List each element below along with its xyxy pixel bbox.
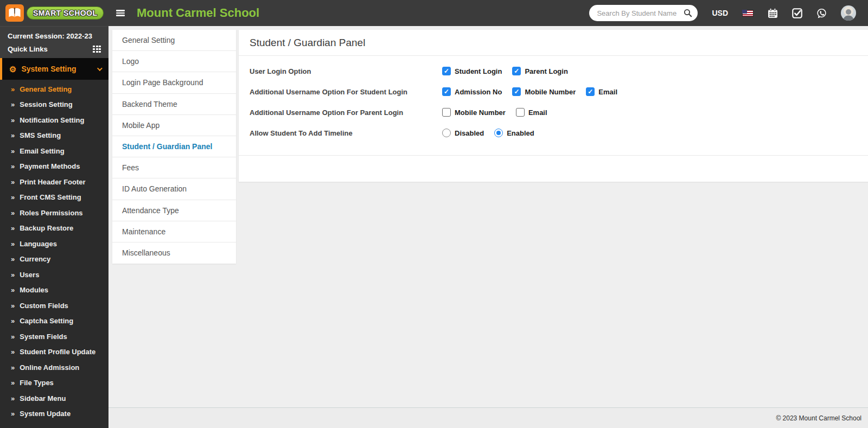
student-search-box[interactable] <box>589 5 698 21</box>
sidebar-item-modules[interactable]: »Modules <box>0 283 108 298</box>
option-label: Email <box>598 88 617 96</box>
app-window: SMART SCHOOL Mount Carmel School USD <box>0 0 868 428</box>
checkbox-checked-icon[interactable]: ✓ <box>442 67 451 75</box>
checkbox-option-parent-login[interactable]: ✓Parent Login <box>512 67 567 75</box>
sidebar-item-label: Online Admission <box>20 363 79 372</box>
option-label: Disabled <box>455 129 484 137</box>
settings-tab-logo[interactable]: Logo <box>112 51 236 72</box>
settings-tab-maintenance[interactable]: Maintenance <box>112 221 236 242</box>
app-logo[interactable]: SMART SCHOOL <box>0 0 108 26</box>
checkbox-option-student-login[interactable]: ✓Student Login <box>442 67 502 75</box>
settings-tab-attendance-type[interactable]: Attendance Type <box>112 200 236 221</box>
settings-tab-label: Maintenance <box>122 227 165 236</box>
chevrons-right-icon: » <box>11 255 15 263</box>
search-icon[interactable] <box>684 9 692 17</box>
whatsapp-icon[interactable] <box>816 8 827 18</box>
sidebar-item-label: Notification Setting <box>20 116 84 124</box>
chevrons-right-icon: » <box>11 224 15 232</box>
row-label: Additional Username Option For Student L… <box>250 88 442 96</box>
task-check-icon[interactable] <box>792 8 802 18</box>
gears-icon: ⚙ <box>9 65 16 73</box>
radio-unchecked-icon[interactable] <box>442 129 451 137</box>
option-label: Parent Login <box>525 67 567 75</box>
chevrons-right-icon: » <box>11 131 15 139</box>
settings-tab-mobile-app[interactable]: Mobile App <box>112 115 236 136</box>
checkbox-option-admission-no[interactable]: ✓Admission No <box>442 87 502 96</box>
header-actions: USD <box>589 5 868 21</box>
logo-wordmark: SMART SCHOOL <box>27 7 104 20</box>
currency-selector[interactable]: USD <box>712 9 728 17</box>
sidebar-item-label: Captcha Setting <box>20 317 73 325</box>
page-title: Student / Guardian Panel <box>239 30 868 56</box>
sidebar-item-student-profile-update[interactable]: »Student Profile Update <box>0 344 108 360</box>
language-flag-icon[interactable] <box>742 10 754 17</box>
sidebar-item-sidebar-menu[interactable]: »Sidebar Menu <box>0 391 108 406</box>
row-label: Allow Student To Add Timeline <box>250 129 442 137</box>
settings-tab-id-auto-generation[interactable]: ID Auto Generation <box>112 178 236 200</box>
chevrons-right-icon: » <box>11 209 15 217</box>
settings-tab-label: Fees <box>122 163 139 172</box>
sidebar-item-backup-restore[interactable]: »Backup Restore <box>0 221 108 237</box>
checkbox-option-mobile-number[interactable]: ✓Mobile Number <box>512 87 576 96</box>
hamburger-menu-icon[interactable] <box>116 10 125 16</box>
sidebar-item-payment-methods[interactable]: »Payment Methods <box>0 159 108 175</box>
settings-tab-miscellaneous[interactable]: Miscellaneous <box>112 242 236 264</box>
quick-links-label: Quick Links <box>8 45 48 53</box>
sidebar-item-label: System Fields <box>20 333 67 341</box>
sidebar-item-roles-permissions[interactable]: »Roles Permissions <box>0 205 108 221</box>
row-options: ✓Student Login✓Parent Login <box>442 67 568 75</box>
checkbox-checked-icon[interactable]: ✓ <box>442 87 451 96</box>
sidebar-item-label: Custom Fields <box>20 302 68 310</box>
sidebar-item-file-types[interactable]: »File Types <box>0 375 108 391</box>
sidebar-item-users[interactable]: »Users <box>0 267 108 283</box>
form-row-additional-username-option-for-student-login: Additional Username Option For Student L… <box>239 81 868 102</box>
sidebar-item-system-setting[interactable]: ⚙ System Setting <box>0 58 108 80</box>
chevrons-right-icon: » <box>11 317 15 325</box>
sidebar-item-email-setting[interactable]: »Email Setting <box>0 143 108 159</box>
sidebar-item-system-fields[interactable]: »System Fields <box>0 329 108 344</box>
settings-tab-login-page-background[interactable]: Login Page Background <box>112 72 236 93</box>
checkbox-option-email[interactable]: ✓Email <box>586 87 617 96</box>
settings-tab-general-setting[interactable]: General Setting <box>112 30 236 51</box>
checkbox-unchecked-icon[interactable] <box>516 108 525 117</box>
checkbox-option-email[interactable]: Email <box>516 108 547 117</box>
sidebar-item-label: Users <box>20 271 39 279</box>
sidebar-item-session-setting[interactable]: »Session Setting <box>0 97 108 113</box>
session-block: Current Session: 2022-23 Quick Links <box>0 26 108 58</box>
settings-tab-fees[interactable]: Fees <box>112 157 236 178</box>
sidebar-item-online-admission[interactable]: »Online Admission <box>0 360 108 375</box>
radio-option-disabled[interactable]: Disabled <box>442 129 484 137</box>
checkbox-checked-icon[interactable]: ✓ <box>586 87 595 96</box>
user-avatar[interactable] <box>841 5 856 21</box>
chevrons-right-icon: » <box>11 162 15 170</box>
sidebar-item-system-update[interactable]: »System Update <box>0 406 108 422</box>
sidebar-item-general-setting[interactable]: »General Setting <box>0 81 108 97</box>
row-label: Additional Username Option For Parent Lo… <box>250 108 442 117</box>
settings-tab-student-guardian-panel[interactable]: Student / Guardian Panel <box>112 136 236 157</box>
settings-tab-backend-theme[interactable]: Backend Theme <box>112 94 236 115</box>
chevrons-right-icon: » <box>11 178 15 186</box>
sidebar-item-print-header-footer[interactable]: »Print Header Footer <box>0 174 108 190</box>
grid-icon[interactable] <box>93 46 101 53</box>
sidebar-item-custom-fields[interactable]: »Custom Fields <box>0 298 108 314</box>
search-input[interactable] <box>597 9 684 17</box>
settings-tab-label: Mobile App <box>122 121 159 130</box>
checkbox-unchecked-icon[interactable] <box>442 108 451 117</box>
checkbox-checked-icon[interactable]: ✓ <box>512 67 521 75</box>
checkbox-checked-icon[interactable]: ✓ <box>512 87 521 96</box>
radio-checked-icon[interactable] <box>494 129 503 137</box>
sidebar-item-currency[interactable]: »Currency <box>0 252 108 267</box>
sidebar-item-languages[interactable]: »Languages <box>0 236 108 252</box>
chevrons-right-icon: » <box>11 410 15 418</box>
quick-links[interactable]: Quick Links <box>8 45 101 53</box>
calendar-icon[interactable] <box>768 8 778 18</box>
chevrons-right-icon: » <box>11 302 15 310</box>
row-options: DisabledEnabled <box>442 129 534 137</box>
card-footer: Save <box>239 155 868 182</box>
sidebar-item-front-cms-setting[interactable]: »Front CMS Setting <box>0 190 108 206</box>
checkbox-option-mobile-number[interactable]: Mobile Number <box>442 108 506 117</box>
sidebar-item-notification-setting[interactable]: »Notification Setting <box>0 112 108 128</box>
radio-option-enabled[interactable]: Enabled <box>494 129 534 137</box>
sidebar-item-sms-setting[interactable]: »SMS Setting <box>0 128 108 144</box>
sidebar-item-captcha-setting[interactable]: »Captcha Setting <box>0 314 108 329</box>
